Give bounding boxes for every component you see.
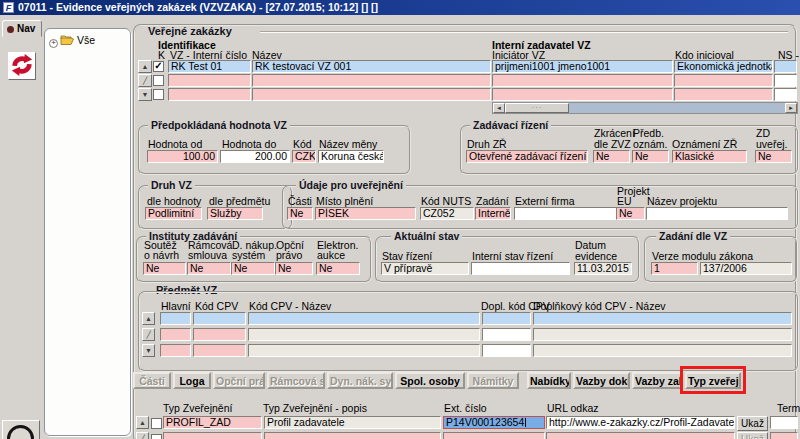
show-url-button[interactable]: Ukaž [737, 432, 768, 439]
field-opcni-pravo[interactable]: Ne [275, 262, 313, 275]
field-druh-zr[interactable]: Otevřené zadávací řízení [466, 150, 588, 163]
field-ns[interactable] [774, 60, 797, 73]
field-zkraceni[interactable]: Ne [593, 150, 630, 163]
tree-expander-icon[interactable]: + [49, 39, 58, 48]
field-dopl-kod-cpv[interactable] [482, 344, 531, 357]
field-ext-cislo[interactable] [443, 432, 545, 439]
tab-loga[interactable]: Loga [173, 372, 211, 389]
field-verze-modulu[interactable]: 1 [651, 262, 698, 275]
field-vz-interni-cislo[interactable]: RK Test 01 [168, 60, 251, 73]
field-hodnota-od[interactable]: 100.00 [147, 150, 218, 163]
field-externi-firma[interactable] [514, 207, 618, 220]
field-casti[interactable]: Ne [287, 207, 313, 220]
field-hodnota-do[interactable]: 200.00 [220, 150, 290, 163]
tab-ramcova-smlouva[interactable]: Rámcová s... [267, 372, 325, 389]
refresh-button[interactable] [8, 52, 36, 80]
tab-vazby-doklady[interactable]: Vazby dokla... [573, 372, 630, 389]
show-url-button[interactable]: Ukaž [737, 416, 768, 431]
row-current-button[interactable]: ╱ [136, 432, 149, 439]
field-kod-meny[interactable]: CZK [292, 150, 316, 163]
scroll-left-button[interactable]: ◄ [493, 103, 505, 113]
field-datum-evidence[interactable]: 11.03.2015 [574, 262, 632, 275]
field-hlavni[interactable] [160, 328, 191, 341]
field-kod-cpv[interactable] [193, 328, 246, 341]
field-ramcova-smlouva[interactable]: Ne [187, 262, 231, 275]
scroll-right-button[interactable]: ► [785, 103, 797, 113]
field-dopl-kod-cpv[interactable] [482, 312, 531, 325]
field-vz-nazev[interactable] [252, 88, 491, 101]
field-zadani[interactable]: Interně [475, 207, 511, 220]
row-down-button[interactable]: ▼ [138, 88, 152, 101]
field-misto-plneni[interactable]: PÍSEK [315, 207, 416, 220]
field-zakon[interactable]: 137/2006 [700, 262, 792, 275]
row-checkbox[interactable] [153, 75, 164, 86]
field-vz-nazev[interactable]: RK testovací VZ 001 [252, 60, 491, 73]
field-dle-hodnoty[interactable]: Podlimitní [145, 207, 202, 220]
field-nazev-meny[interactable]: Koruna česká [318, 150, 384, 163]
tab-opcni-pravo[interactable]: Opční právo [213, 372, 265, 389]
field-dopl-kod-cpv-nazev[interactable] [533, 328, 792, 341]
field-zd-uverej[interactable]: Ne [755, 150, 792, 163]
field-iniciator[interactable]: prijmeni1001 jmeno1001 [492, 60, 673, 73]
field-hlavni[interactable] [160, 312, 191, 325]
field-kod-cpv-nazev[interactable] [248, 312, 480, 325]
field-typ-zverejneni[interactable] [163, 432, 262, 439]
row-up-button[interactable]: ▲ [136, 416, 149, 429]
field-stav-rizeni[interactable]: V přípravě [381, 262, 469, 275]
field-iniciator[interactable] [492, 88, 673, 101]
row-down-button[interactable]: ▼ [142, 344, 155, 357]
tab-nav[interactable]: Nav [2, 20, 42, 37]
field-kod-nuts[interactable]: CZ052 [420, 207, 474, 220]
field-kdo-inicioval[interactable] [674, 74, 773, 87]
field-hlavni[interactable] [160, 344, 191, 357]
tab-dyn-nakup-system[interactable]: Dyn. nák. sy... [327, 372, 393, 389]
row-checkbox[interactable] [153, 89, 164, 100]
field-interni-stav[interactable] [471, 262, 570, 275]
field-typ-zverejneni-popis[interactable]: Profil zadavatele [264, 416, 441, 429]
field-nazev-projektu[interactable] [646, 207, 788, 220]
scrollbar-thumb[interactable]: ··· [505, 103, 569, 113]
row-checkbox[interactable] [151, 418, 162, 429]
tab-vazby-zakazky[interactable]: Vazby zaká... [632, 372, 683, 389]
tab-spol-osoby[interactable]: Spol. osoby [395, 372, 465, 389]
field-dle-predmetu[interactable]: Služby [207, 207, 263, 220]
row-up-button[interactable]: ▲ [142, 312, 155, 325]
field-kdo-inicioval[interactable] [674, 88, 773, 101]
field-kod-cpv-nazev[interactable] [248, 328, 480, 341]
field-dopl-kod-cpv-nazev[interactable] [533, 344, 792, 357]
field-dopl-kod-cpv[interactable] [482, 328, 531, 341]
field-ns[interactable] [774, 74, 797, 87]
row-checkbox[interactable] [151, 434, 162, 439]
field-ns[interactable] [774, 88, 797, 101]
field-vz-interni-cislo[interactable] [168, 88, 251, 101]
tab-casti[interactable]: Části [133, 372, 171, 389]
tree-item-vse[interactable]: + Vše [49, 34, 95, 48]
field-predb-oznam[interactable]: Ne [632, 150, 669, 163]
row-current-button[interactable]: ╱ [138, 74, 152, 87]
field-typ-zverejneni-popis[interactable] [264, 432, 441, 439]
field-typ-zverejneni[interactable]: PROFIL_ZAD [163, 416, 262, 429]
field-elektron-aukce[interactable]: Ne [316, 262, 360, 275]
field-kod-cpv[interactable] [193, 344, 246, 357]
field-iniciator[interactable] [492, 74, 673, 87]
field-vz-nazev[interactable] [252, 74, 491, 87]
field-oznameni-zr[interactable]: Klasické [672, 150, 747, 163]
field-eu[interactable]: Ne [616, 207, 645, 220]
field-url-odkaz[interactable] [546, 432, 735, 439]
horizontal-scrollbar[interactable]: ◄ ··· ► [492, 102, 798, 114]
row-checkbox[interactable]: ✓ [153, 61, 164, 72]
field-termin[interactable] [770, 416, 798, 429]
tab-nabidky[interactable]: Nabídky [527, 372, 571, 389]
field-vz-interni-cislo[interactable] [168, 74, 251, 87]
tab-namitky[interactable]: Námitky [467, 372, 519, 389]
field-kod-cpv[interactable] [193, 312, 246, 325]
row-up-button[interactable]: ▲ [138, 60, 152, 73]
field-ext-cislo[interactable]: P14V000123654 [443, 416, 545, 429]
field-termin[interactable] [770, 432, 798, 439]
field-kdo-inicioval[interactable]: Ekonomická jednotka [674, 60, 773, 73]
field-dopl-kod-cpv-nazev[interactable] [533, 312, 792, 325]
field-dnakup-system[interactable]: Ne [231, 262, 275, 275]
field-kod-cpv-nazev[interactable] [248, 344, 480, 357]
field-soutez-o-navrh[interactable]: Ne [143, 262, 186, 275]
field-url-odkaz[interactable]: http://www.e-zakazky.cz/Profil-Zadavatel… [546, 416, 735, 429]
